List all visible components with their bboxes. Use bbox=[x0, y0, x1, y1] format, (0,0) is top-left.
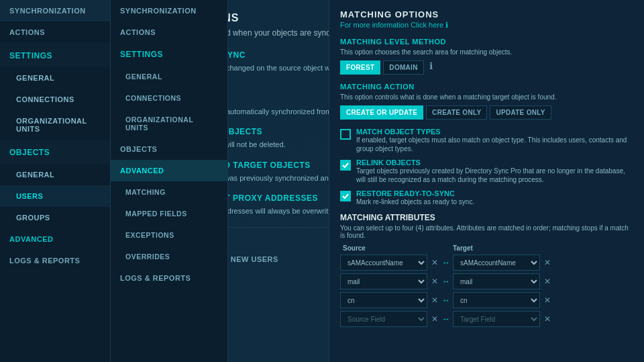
btn-create-or-update[interactable]: CREATE OR UPDATE bbox=[340, 105, 423, 120]
overlay-item-matching[interactable]: MATCHING bbox=[111, 181, 227, 203]
checkbox-match-object-types[interactable] bbox=[340, 129, 351, 140]
attr-source-1[interactable]: sAMAccountName bbox=[340, 255, 427, 271]
matching-level-buttons: FOREST DOMAIN ℹ bbox=[340, 60, 633, 75]
attr-arrow-1: ↔ bbox=[442, 258, 450, 267]
attr-arrow-2: ↔ bbox=[442, 277, 450, 286]
attr-x-source-1[interactable]: ✕ bbox=[430, 258, 439, 267]
sidebar-item-connections[interactable]: CONNECTIONS bbox=[0, 89, 110, 110]
attr-x-target-4[interactable]: ✕ bbox=[543, 314, 552, 324]
overlay-item-mapped-fields[interactable]: MAPPED FIELDS bbox=[111, 203, 227, 224]
restore-ready-label: RESTORE READY-TO-SYNC bbox=[356, 189, 474, 197]
attr-x-target-3[interactable]: ✕ bbox=[543, 296, 552, 305]
right-panel: MATCHING OPTIONS For more information Cl… bbox=[329, 0, 644, 362]
target-col-label: Target bbox=[453, 244, 473, 252]
relink-objects-label: RELINK OBJECTS bbox=[356, 159, 633, 167]
overlay-item-general[interactable]: GENERAL bbox=[111, 66, 227, 87]
sidebar: SYNCHRONIZATION ACTIONS SETTINGS GENERAL… bbox=[0, 0, 111, 362]
attr-x-source-2[interactable]: ✕ bbox=[430, 277, 439, 286]
restore-ready-row: RESTORE READY-TO-SYNC Mark re-linked obj… bbox=[340, 189, 633, 206]
attributes-section: MATCHING ATTRIBUTES You can select up to… bbox=[340, 213, 633, 327]
match-object-types-desc: If enabled, target objects must also mat… bbox=[356, 136, 633, 153]
relink-objects-row: RELINK OBJECTS Target objects previously… bbox=[340, 159, 633, 184]
attr-target-3[interactable]: cn bbox=[453, 292, 540, 308]
matching-level-desc: This option chooses the search area for … bbox=[340, 48, 633, 56]
checkbox-relink-objects[interactable] bbox=[340, 160, 351, 171]
attr-row-3: cn ✕ ↔ cn ✕ bbox=[340, 292, 633, 308]
attr-title: MATCHING ATTRIBUTES bbox=[340, 213, 633, 222]
sidebar-item-actions[interactable]: ACTIONS bbox=[0, 21, 110, 43]
overlay-item-logs-reports[interactable]: LOGS & REPORTS bbox=[111, 267, 227, 289]
sidebar-item-logs-reports[interactable]: LOGS & REPORTS bbox=[0, 250, 110, 271]
attr-x-source-4[interactable]: ✕ bbox=[430, 314, 439, 324]
relink-objects-desc: Target objects previously created by Dir… bbox=[356, 167, 633, 184]
sidebar-item-users[interactable]: USERS bbox=[0, 185, 110, 207]
matching-link[interactable]: For more information Click here ℹ bbox=[340, 21, 633, 30]
matching-title: MATCHING OPTIONS bbox=[340, 9, 633, 19]
match-object-types-row: MATCH OBJECT TYPES If enabled, target ob… bbox=[340, 128, 633, 153]
btn-domain[interactable]: DOMAIN bbox=[383, 60, 423, 75]
match-object-types-label: MATCH OBJECT TYPES bbox=[356, 128, 633, 136]
matching-action-buttons: CREATE OR UPDATE CREATE ONLY UPDATE ONLY bbox=[340, 105, 633, 120]
overlay-item-advanced[interactable]: ADVANCED bbox=[111, 160, 227, 181]
sidebar-item-synchronization[interactable]: SYNCHRONIZATION bbox=[0, 0, 110, 21]
sidebar-item-org-units[interactable]: ORGANIZATIONAL UNITS bbox=[0, 110, 110, 140]
attr-source-2[interactable]: mail bbox=[340, 273, 427, 289]
sidebar-item-general-objects[interactable]: GENERAL bbox=[0, 164, 110, 185]
overlay-item-org-units[interactable]: ORGANIZATIONAL UNITS bbox=[111, 109, 227, 138]
source-col-label: Source bbox=[343, 244, 434, 252]
overlay-item-settings[interactable]: SETTINGS bbox=[111, 43, 227, 66]
attr-target-4[interactable]: Target Field bbox=[453, 311, 540, 327]
matching-level-title: MATCHING LEVEL METHOD bbox=[340, 38, 633, 46]
restore-ready-desc: Mark re-linked objects as ready to sync. bbox=[356, 197, 474, 206]
overlay-item-synchronization[interactable]: SYNCHRONIZATION bbox=[111, 0, 227, 21]
attr-target-2[interactable]: mail bbox=[453, 273, 540, 289]
attr-x-target-1[interactable]: ✕ bbox=[543, 258, 552, 267]
overlay-item-actions[interactable]: ACTIONS bbox=[111, 21, 227, 43]
matching-level-info[interactable]: ℹ bbox=[429, 60, 433, 75]
sidebar-item-advanced[interactable]: ADVANCED bbox=[0, 228, 110, 250]
attr-row-2: mail ✕ ↔ mail ✕ bbox=[340, 273, 633, 289]
attr-headers: Source Target bbox=[340, 244, 633, 252]
attr-row-1: sAMAccountName ✕ ↔ sAMAccountName ✕ bbox=[340, 255, 633, 271]
matching-action-title: MATCHING ACTION bbox=[340, 83, 633, 91]
btn-update-only[interactable]: UPDATE ONLY bbox=[490, 105, 551, 120]
attr-target-1[interactable]: sAMAccountName bbox=[453, 255, 540, 271]
attr-x-source-3[interactable]: ✕ bbox=[430, 296, 439, 305]
matching-action-desc: This option controls what is done when a… bbox=[340, 93, 633, 101]
attr-source-3[interactable]: cn bbox=[340, 292, 427, 308]
attr-arrow-4: ↔ bbox=[442, 314, 450, 324]
overlay-item-exceptions[interactable]: EXCEPTIONS bbox=[111, 224, 227, 246]
attr-arrow-3: ↔ bbox=[442, 296, 450, 305]
attr-source-4[interactable]: Source Field bbox=[340, 311, 427, 327]
sidebar-item-groups[interactable]: GROUPS bbox=[0, 207, 110, 228]
matching-level-section: MATCHING LEVEL METHOD This option choose… bbox=[340, 38, 633, 75]
sidebar-item-objects[interactable]: OBJECTS bbox=[0, 140, 110, 164]
attr-x-target-2[interactable]: ✕ bbox=[543, 277, 552, 286]
sidebar-item-settings[interactable]: SETTINGS bbox=[0, 43, 110, 67]
overlay-item-objects[interactable]: OBJECTS bbox=[111, 138, 227, 160]
btn-forest[interactable]: FOREST bbox=[340, 60, 380, 75]
attr-row-4: Source Field ✕ ↔ Target Field ✕ bbox=[340, 311, 633, 327]
overlay-item-overrides[interactable]: OVERRIDES bbox=[111, 246, 227, 267]
attr-desc: You can select up to four (4) attributes… bbox=[340, 224, 633, 239]
overlay-item-connections[interactable]: CONNECTIONS bbox=[111, 87, 227, 109]
overlay-panel: SYNCHRONIZATION ACTIONS SETTINGS GENERAL… bbox=[111, 0, 228, 362]
checkbox-restore-ready[interactable] bbox=[340, 191, 351, 201]
matching-action-section: MATCHING ACTION This option controls wha… bbox=[340, 83, 633, 120]
sidebar-item-general[interactable]: GENERAL bbox=[0, 67, 110, 89]
btn-create-only[interactable]: CREATE ONLY bbox=[426, 105, 487, 120]
